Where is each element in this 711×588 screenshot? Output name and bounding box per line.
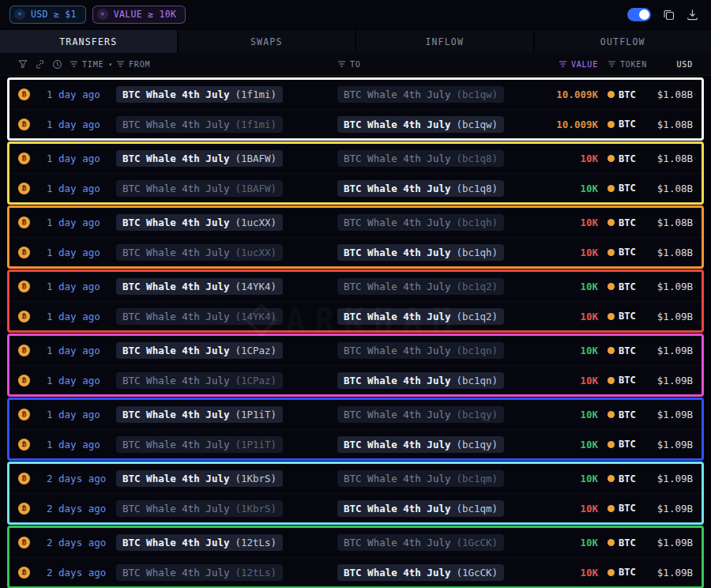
table-row[interactable]: ₿ 1 day ago BTC Whale 4th July (1P1iT) B… — [9, 400, 702, 429]
row-value: 10K — [580, 503, 598, 514]
to-entity-address: (bc1qy) — [456, 409, 498, 420]
download-icon[interactable] — [687, 9, 698, 21]
table-row[interactable]: ₿ 1 day ago BTC Whale 4th July (1BAFW) B… — [9, 144, 702, 173]
btc-token-icon — [608, 185, 615, 192]
remove-filter-icon[interactable]: ✕ — [97, 9, 108, 20]
from-entity[interactable]: BTC Whale 4th July (12tLs) — [116, 564, 283, 581]
transfer-group: ₿ 1 day ago BTC Whale 4th July (1P1iT) B… — [7, 398, 704, 461]
to-entity[interactable]: BTC Whale 4th July (bc1qm) — [337, 470, 504, 487]
entity-avatar-icon: ₿ — [18, 503, 30, 514]
transfer-group: ₿ 1 day ago BTC Whale 4th July (1ucXX) B… — [7, 205, 704, 269]
from-entity[interactable]: BTC Whale 4th July (1BAFW) — [116, 180, 283, 197]
from-entity[interactable]: BTC Whale 4th July (1P1iT) — [116, 436, 283, 453]
to-entity[interactable]: BTC Whale 4th July (bc1qm) — [337, 500, 504, 517]
token-symbol: BTC — [619, 439, 636, 450]
tab-swaps[interactable]: SWAPS — [179, 30, 356, 53]
column-header-to[interactable]: TO — [337, 60, 527, 69]
row-time: 1 day ago — [47, 217, 116, 228]
to-entity[interactable]: BTC Whale 4th July (bc1qy) — [337, 406, 504, 423]
table-row[interactable]: ₿ 2 days ago BTC Whale 4th July (1KbrS) … — [9, 464, 702, 493]
toggle-switch[interactable] — [627, 8, 651, 21]
table-row[interactable]: ₿ 2 days ago BTC Whale 4th July (12tLs) … — [9, 557, 702, 586]
row-usd: $1.09B — [657, 567, 693, 579]
to-entity[interactable]: BTC Whale 4th July (1GcCK) — [337, 564, 504, 581]
from-entity[interactable]: BTC Whale 4th July (1BAFW) — [116, 150, 283, 167]
to-entity[interactable]: BTC Whale 4th July (bc1qy) — [337, 436, 504, 453]
tab-inflow[interactable]: INFLOW — [356, 30, 533, 53]
from-entity[interactable]: BTC Whale 4th July (1CPaz) — [116, 372, 283, 389]
table-row[interactable]: ₿ 1 day ago BTC Whale 4th July (14YK4) B… — [9, 272, 702, 301]
to-entity[interactable]: BTC Whale 4th July (1GcCK) — [337, 534, 504, 551]
row-token: BTC — [598, 311, 647, 322]
to-entity-name: BTC Whale 4th July — [344, 311, 450, 322]
from-entity-name: BTC Whale 4th July — [122, 183, 229, 194]
from-entity[interactable]: BTC Whale 4th July (1P1iT) — [116, 406, 283, 423]
row-value: 10K — [580, 537, 598, 548]
token-symbol: BTC — [619, 153, 636, 164]
from-entity[interactable]: BTC Whale 4th July (1f1mi) — [116, 116, 283, 133]
to-entity[interactable]: BTC Whale 4th July (bc1qn) — [337, 372, 504, 389]
column-header-value[interactable]: VALUE — [559, 60, 598, 69]
table-row[interactable]: ₿ 1 day ago BTC Whale 4th July (1ucXX) B… — [9, 208, 702, 237]
column-header-token[interactable]: TOKEN — [598, 60, 647, 69]
from-entity-name: BTC Whale 4th July — [122, 439, 229, 450]
table-row[interactable]: ₿ 2 days ago BTC Whale 4th July (1KbrS) … — [9, 493, 702, 522]
row-usd: $1.08B — [657, 183, 693, 194]
from-entity[interactable]: BTC Whale 4th July (1KbrS) — [116, 500, 283, 517]
to-entity-name: BTC Whale 4th July — [344, 567, 450, 579]
to-entity[interactable]: BTC Whale 4th July (bc1qw) — [337, 116, 504, 133]
column-header-from[interactable]: FROM — [116, 60, 337, 69]
table-row[interactable]: ₿ 1 day ago BTC Whale 4th July (1f1mi) B… — [9, 109, 702, 138]
to-entity[interactable]: BTC Whale 4th July (bc1q8) — [337, 180, 504, 197]
row-value: 10K — [580, 345, 598, 356]
row-usd: $1.08B — [657, 217, 693, 228]
row-time: 1 day ago — [47, 439, 116, 450]
to-entity[interactable]: BTC Whale 4th July (bc1q2) — [337, 308, 504, 325]
table-row[interactable]: ₿ 1 day ago BTC Whale 4th July (1f1mi) B… — [9, 80, 702, 109]
copy-icon[interactable] — [663, 9, 675, 21]
token-symbol: BTC — [619, 281, 636, 292]
to-entity[interactable]: BTC Whale 4th July (bc1qh) — [337, 214, 504, 231]
clock-icon[interactable] — [52, 59, 62, 70]
column-header-time[interactable]: TIME▾ — [70, 60, 113, 69]
to-entity[interactable]: BTC Whale 4th July (bc1q2) — [337, 278, 504, 295]
to-entity[interactable]: BTC Whale 4th July (bc1qh) — [337, 244, 504, 261]
link-icon[interactable] — [35, 59, 45, 70]
tab-bar: TRANSFERS SWAPS INFLOW OUTFLOW — [0, 28, 711, 53]
table-row[interactable]: ₿ 2 days ago BTC Whale 4th July (12tLs) … — [9, 528, 702, 557]
row-usd: $1.09B — [657, 439, 693, 450]
from-entity[interactable]: BTC Whale 4th July (1CPaz) — [116, 342, 283, 359]
to-entity[interactable]: BTC Whale 4th July (bc1q8) — [337, 150, 504, 167]
table-row[interactable]: ₿ 1 day ago BTC Whale 4th July (14YK4) B… — [9, 301, 702, 330]
from-entity[interactable]: BTC Whale 4th July (14YK4) — [116, 308, 283, 325]
table-row[interactable]: ₿ 1 day ago BTC Whale 4th July (1ucXX) B… — [9, 237, 702, 266]
from-entity[interactable]: BTC Whale 4th July (1KbrS) — [116, 470, 283, 487]
from-entity-address: (14YK4) — [235, 311, 276, 322]
table-row[interactable]: ₿ 1 day ago BTC Whale 4th July (1CPaz) B… — [9, 365, 702, 394]
to-entity-address: (bc1q8) — [456, 183, 498, 194]
tab-transfers[interactable]: TRANSFERS — [0, 30, 177, 53]
token-symbol: BTC — [619, 473, 636, 484]
filter-chip-value[interactable]: ✕ VALUE ≥ 10K — [92, 6, 186, 24]
from-entity[interactable]: BTC Whale 4th July (1ucXX) — [116, 214, 283, 231]
from-entity[interactable]: BTC Whale 4th July (12tLs) — [116, 534, 283, 551]
from-entity[interactable]: BTC Whale 4th July (1f1mi) — [116, 86, 283, 103]
to-entity-address: (bc1qm) — [456, 503, 498, 514]
to-entity-name: BTC Whale 4th July — [344, 281, 450, 292]
to-entity[interactable]: BTC Whale 4th July (bc1qw) — [337, 86, 504, 103]
filter-chip-usd[interactable]: ✕ USD ≥ $1 — [9, 6, 86, 24]
to-entity[interactable]: BTC Whale 4th July (bc1qn) — [337, 342, 504, 359]
tab-outflow[interactable]: OUTFLOW — [535, 30, 711, 53]
chevron-down-icon: ▾ — [108, 61, 113, 68]
from-entity[interactable]: BTC Whale 4th July (1ucXX) — [116, 244, 283, 261]
table-row[interactable]: ₿ 1 day ago BTC Whale 4th July (1CPaz) B… — [9, 336, 702, 365]
to-entity-name: BTC Whale 4th July — [344, 409, 450, 420]
table-row[interactable]: ₿ 1 day ago BTC Whale 4th July (1BAFW) B… — [9, 173, 702, 202]
funnel-filter-icon[interactable] — [18, 59, 28, 69]
column-header-usd[interactable]: USD — [677, 60, 693, 69]
from-entity[interactable]: BTC Whale 4th July (14YK4) — [116, 278, 283, 295]
from-entity-name: BTC Whale 4th July — [122, 281, 229, 292]
remove-filter-icon[interactable]: ✕ — [14, 9, 25, 20]
table-row[interactable]: ₿ 1 day ago BTC Whale 4th July (1P1iT) B… — [9, 429, 702, 458]
top-bar: ✕ USD ≥ $1 ✕ VALUE ≥ 10K — [0, 0, 711, 28]
